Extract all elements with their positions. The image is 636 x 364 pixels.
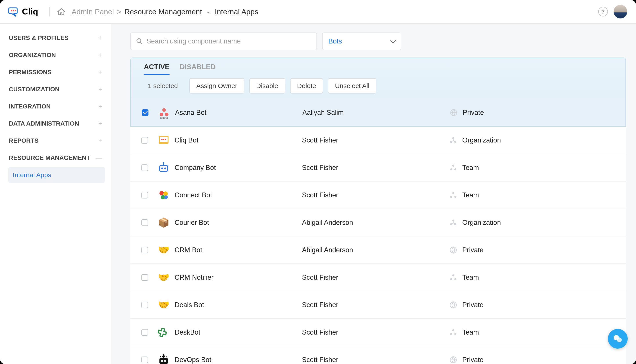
svg-point-24 <box>450 168 452 170</box>
sidebar-item-label: PERMISSIONS <box>9 69 52 76</box>
row-visibility: Organization <box>449 218 618 227</box>
tab-active[interactable]: ACTIVE <box>144 63 170 75</box>
svg-point-15 <box>452 137 454 139</box>
svg-point-1 <box>13 10 14 11</box>
sidebar-subitem-internal-apps[interactable]: Internal Apps <box>8 167 105 183</box>
row-checkbox[interactable] <box>142 219 148 226</box>
row-icon-cell <box>153 134 174 147</box>
breadcrumb-root[interactable]: Admin Panel <box>72 8 114 16</box>
table-row[interactable]: Company BotScott FisherTeam <box>130 154 626 182</box>
table-row[interactable]: DeskBotScott FisherTeam <box>130 319 626 346</box>
sidebar-item-integration[interactable]: INTEGRATION+ <box>6 98 105 115</box>
chevron-down-icon <box>390 38 396 43</box>
row-checkbox[interactable] <box>142 137 148 144</box>
row-checkbox-cell <box>137 302 153 308</box>
svg-rect-18 <box>160 165 168 172</box>
chat-fab[interactable] <box>608 329 628 349</box>
home-icon <box>57 7 66 16</box>
home-button[interactable] <box>55 5 68 18</box>
svg-point-41 <box>452 329 454 331</box>
sidebar-item-users-profiles[interactable]: USERS & PROFILES+ <box>6 30 105 46</box>
delete-button[interactable]: Delete <box>290 78 323 94</box>
breadcrumb-page: Internal Apps <box>215 8 258 16</box>
svg-point-37 <box>452 274 454 276</box>
sidebar: USERS & PROFILES+ORGANIZATION+PERMISSION… <box>0 24 111 364</box>
sidebar-item-permissions[interactable]: PERMISSIONS+ <box>6 64 105 81</box>
table-row[interactable]: asanaAsana BotAaliyah SalimPrivate <box>131 99 626 126</box>
table-row[interactable]: Cliq BotScott FisherOrganization <box>130 127 626 154</box>
row-checkbox[interactable] <box>142 329 148 336</box>
help-icon: ? <box>601 8 605 15</box>
svg-point-5 <box>162 108 166 112</box>
bots-table: ACTIVE DISABLED 1 selected Assign Owner … <box>130 58 626 364</box>
row-owner: Aaliyah Salim <box>302 109 450 116</box>
svg-point-29 <box>164 196 168 199</box>
row-owner: Abigail Anderson <box>302 246 449 254</box>
row-visibility-label: Private <box>463 109 484 116</box>
row-visibility: Team <box>449 328 618 336</box>
sidebar-item-customization[interactable]: CUSTOMIZATION+ <box>6 81 105 98</box>
type-filter-select[interactable]: Bots <box>322 32 401 50</box>
expand-icon[interactable]: + <box>98 34 102 42</box>
row-visibility-label: Private <box>462 356 483 364</box>
disable-button[interactable]: Disable <box>249 78 285 94</box>
row-checkbox[interactable] <box>142 192 148 198</box>
content: Bots ACTIVE DISABLED 1 selected Assign O… <box>111 24 636 364</box>
svg-point-38 <box>450 278 452 280</box>
table-row[interactable]: 🤝CRM NotifierScott FisherTeam <box>130 264 626 291</box>
row-checkbox[interactable] <box>142 302 148 308</box>
crm-icon: 🤝 <box>157 271 170 284</box>
globe-icon <box>449 301 458 309</box>
row-bot-name: CRM Bot <box>174 246 302 254</box>
expand-icon[interactable]: + <box>98 137 102 144</box>
svg-point-26 <box>160 191 164 196</box>
row-icon-cell <box>153 188 174 202</box>
breadcrumb: Admin Panel > Resource Management - Inte… <box>72 8 258 16</box>
expand-icon[interactable]: + <box>98 120 102 127</box>
table-row[interactable]: DevOps BotScott FisherPrivate <box>130 346 626 364</box>
table-row[interactable]: Connect BotScott FisherTeam <box>130 182 626 209</box>
sidebar-item-organization[interactable]: ORGANIZATION+ <box>6 46 105 64</box>
row-visibility: Private <box>449 301 618 309</box>
table-row[interactable]: 🤝CRM BotAbigail AndersonPrivate <box>130 236 626 264</box>
table-row[interactable]: 📦Courier BotAbigail AndersonOrganization <box>130 209 626 236</box>
help-button[interactable]: ? <box>598 7 608 16</box>
svg-point-31 <box>450 196 452 198</box>
row-checkbox[interactable] <box>142 247 148 253</box>
assign-owner-button[interactable]: Assign Owner <box>189 78 244 94</box>
expand-icon[interactable]: + <box>98 86 102 93</box>
row-checkbox[interactable] <box>142 356 148 363</box>
expand-icon[interactable]: + <box>98 51 102 59</box>
chat-bubbles-icon <box>613 334 623 344</box>
sidebar-item-label: USERS & PROFILES <box>9 34 68 42</box>
sidebar-item-data-administration[interactable]: DATA ADMINISTRATION+ <box>6 115 105 132</box>
app-header: Cliq Admin Panel > Resource Management -… <box>0 0 636 24</box>
sidebar-item-resource-management[interactable]: RESOURCE MANAGEMENT— <box>6 149 105 166</box>
unselect-all-button[interactable]: Unselect All <box>328 78 376 94</box>
robot-icon <box>157 161 170 174</box>
svg-point-30 <box>452 192 454 194</box>
row-checkbox[interactable] <box>142 109 148 116</box>
search-input[interactable] <box>146 37 311 45</box>
tab-disabled[interactable]: DISABLED <box>180 63 216 75</box>
row-visibility-label: Team <box>462 274 479 282</box>
row-checkbox-cell <box>137 137 153 144</box>
expand-icon[interactable]: + <box>98 103 102 110</box>
table-row[interactable]: 🤝Deals BotScott FisherPrivate <box>130 291 626 319</box>
svg-point-55 <box>617 338 622 342</box>
sidebar-item-reports[interactable]: REPORTS+ <box>6 132 105 149</box>
row-icon-cell <box>153 161 174 174</box>
collapse-icon[interactable]: — <box>96 154 102 162</box>
type-filter-value: Bots <box>328 37 342 45</box>
row-checkbox[interactable] <box>142 164 148 171</box>
crm-icon: 🤝 <box>157 244 170 257</box>
row-visibility-label: Team <box>462 328 479 336</box>
row-owner: Scott Fisher <box>302 328 449 336</box>
row-checkbox[interactable] <box>142 274 148 281</box>
sidebar-item-label: INTEGRATION <box>9 103 51 110</box>
user-avatar[interactable] <box>614 5 627 18</box>
expand-icon[interactable]: + <box>98 68 102 76</box>
search-box[interactable] <box>130 32 317 50</box>
tabs-row: ACTIVE DISABLED <box>131 58 626 75</box>
brand-logo[interactable]: Cliq <box>8 6 38 17</box>
